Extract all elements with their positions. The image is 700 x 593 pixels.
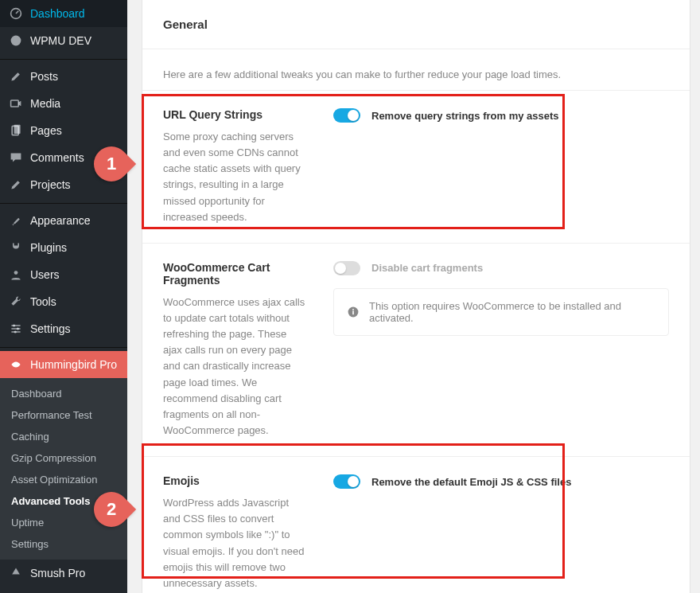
sidebar-item-label: Settings xyxy=(30,322,71,335)
info-icon xyxy=(347,306,360,318)
setting-title: WooCommerce Cart Fragments xyxy=(163,261,308,287)
svg-point-6 xyxy=(13,324,15,326)
sidebar-item-label: Posts xyxy=(30,70,58,83)
sidebar-item-plugins[interactable]: Plugins xyxy=(0,234,127,261)
sidebar-item-posts[interactable]: Posts xyxy=(0,63,127,90)
submenu-item-dashboard[interactable]: Dashboard xyxy=(0,383,127,404)
sidebar-item-label: Plugins xyxy=(30,241,67,254)
sidebar-item-projects[interactable]: Projects xyxy=(0,171,127,198)
sidebar-item-label: Hummingbird Pro xyxy=(30,358,117,371)
toggle-label: Disable cart fragments xyxy=(371,262,483,274)
pages-icon xyxy=(8,123,24,138)
toggle-emojis[interactable] xyxy=(333,474,360,489)
svg-point-7 xyxy=(17,327,19,330)
setting-url-query-strings: URL Query Strings Some proxy caching ser… xyxy=(142,90,690,243)
sidebar-item-tools[interactable]: Tools xyxy=(0,288,127,315)
comment-icon xyxy=(8,150,24,166)
svg-point-5 xyxy=(14,271,18,275)
setting-description: WooCommerce uses ajax calls to update ca… xyxy=(163,295,308,439)
sidebar-item-label: Appearance xyxy=(30,214,91,227)
sidebar-item-label: Projects xyxy=(30,178,71,191)
submenu-item-asset-optimization[interactable]: Asset Optimization xyxy=(0,469,127,490)
svg-point-1 xyxy=(11,36,21,46)
general-panel: General Here are a few additional tweaks… xyxy=(142,0,690,593)
sidebar-item-label: Smush Pro xyxy=(30,567,85,579)
submenu-item-settings[interactable]: Settings xyxy=(0,533,127,555)
setting-left: URL Query Strings Some proxy caching ser… xyxy=(163,108,322,225)
setting-emojis: Emojis WordPress adds Javascript and CSS… xyxy=(142,456,690,593)
sidebar-item-comments[interactable]: Comments xyxy=(0,144,127,171)
sidebar-item-label: Pages xyxy=(30,124,62,137)
dashboard-icon xyxy=(8,6,24,21)
content-area: General Here are a few additional tweaks… xyxy=(127,0,700,593)
svg-rect-14 xyxy=(352,309,354,310)
sidebar-item-label: Comments xyxy=(30,151,84,164)
setting-right: Remove the default Emoji JS & CSS files xyxy=(322,474,669,591)
setting-title: URL Query Strings xyxy=(163,108,308,121)
setting-title: Emojis xyxy=(163,474,308,487)
wrench-icon xyxy=(8,294,24,310)
wpmudev-icon xyxy=(8,33,24,49)
sidebar-item-divi[interactable]: D Divi xyxy=(0,587,127,593)
setting-right: Remove query strings from my assets xyxy=(322,108,669,225)
sidebar-item-pages[interactable]: Pages xyxy=(0,117,127,144)
sidebar-item-users[interactable]: Users xyxy=(0,261,127,288)
woocommerce-notice: This option requires WooCommerce to be i… xyxy=(333,288,669,336)
toggle-row: Remove the default Emoji JS & CSS files xyxy=(333,474,669,489)
setting-woocommerce-fragments: WooCommerce Cart Fragments WooCommerce u… xyxy=(142,243,690,456)
sidebar-item-hummingbird[interactable]: Hummingbird Pro xyxy=(0,351,127,378)
sidebar-item-wpmudev[interactable]: WPMU DEV xyxy=(0,27,127,54)
submenu-item-uptime[interactable]: Uptime xyxy=(0,512,127,533)
sidebar-item-label: Media xyxy=(30,97,60,110)
hummingbird-icon xyxy=(8,357,24,373)
media-icon xyxy=(8,96,24,111)
sidebar-item-label: Users xyxy=(30,268,60,281)
sidebar-item-smush[interactable]: Smush Pro xyxy=(0,560,127,587)
svg-rect-2 xyxy=(11,100,19,107)
setting-description: Some proxy caching servers and even some… xyxy=(163,129,308,225)
sidebar-item-dashboard[interactable]: Dashboard xyxy=(0,0,127,27)
hummingbird-submenu: Dashboard Performance Test Caching Gzip … xyxy=(0,378,127,560)
setting-left: WooCommerce Cart Fragments WooCommerce u… xyxy=(163,261,322,439)
admin-sidebar: Dashboard WPMU DEV Posts Media Pages Com… xyxy=(0,0,127,593)
sidebar-item-settings[interactable]: Settings xyxy=(0,315,127,342)
svg-rect-4 xyxy=(14,125,21,134)
plug-icon xyxy=(8,240,24,256)
sidebar-item-appearance[interactable]: Appearance xyxy=(0,207,127,234)
svg-rect-13 xyxy=(352,310,354,314)
svg-point-8 xyxy=(14,330,17,333)
user-icon xyxy=(8,267,24,283)
toggle-row: Disable cart fragments xyxy=(333,261,669,275)
toggle-query-strings[interactable] xyxy=(333,108,360,123)
sidebar-item-media[interactable]: Media xyxy=(0,90,127,117)
submenu-item-caching[interactable]: Caching xyxy=(0,426,127,447)
submenu-item-advanced-tools[interactable]: Advanced Tools xyxy=(0,490,127,512)
pin-icon xyxy=(8,177,24,193)
toggle-cart-fragments[interactable] xyxy=(333,261,360,275)
setting-left: Emojis WordPress adds Javascript and CSS… xyxy=(163,474,322,591)
panel-intro: Here are a few additional tweaks you can… xyxy=(142,49,690,90)
sidebar-item-label: Dashboard xyxy=(30,7,85,20)
sidebar-item-label: WPMU DEV xyxy=(30,34,91,47)
toggle-row: Remove query strings from my assets xyxy=(333,108,669,123)
toggle-label: Remove query strings from my assets xyxy=(371,110,559,122)
sidebar-item-label: Tools xyxy=(30,295,56,308)
smush-icon xyxy=(8,565,24,581)
panel-title: General xyxy=(142,0,690,49)
setting-description: WordPress adds Javascript and CSS files … xyxy=(163,495,308,591)
pin-icon xyxy=(8,68,24,84)
brush-icon xyxy=(8,213,24,228)
sliders-icon xyxy=(8,321,24,337)
toggle-label: Remove the default Emoji JS & CSS files xyxy=(371,476,571,488)
submenu-item-performance-test[interactable]: Performance Test xyxy=(0,404,127,426)
submenu-item-gzip[interactable]: Gzip Compression xyxy=(0,447,127,469)
notice-text: This option requires WooCommerce to be i… xyxy=(369,300,655,324)
setting-right: Disable cart fragments This option requi… xyxy=(322,261,669,439)
